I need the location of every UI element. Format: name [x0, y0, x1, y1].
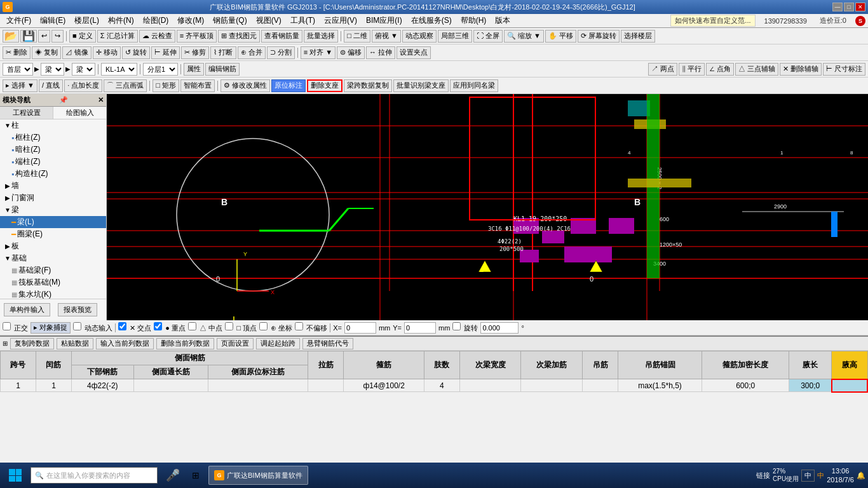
maximize-button[interactable]: □: [844, 3, 854, 11]
sidebar-close-icon[interactable]: ✕: [98, 96, 104, 104]
tree-item-end-column[interactable]: ▪ 端柱(Z): [0, 156, 106, 168]
expand-icon5[interactable]: ▶: [4, 243, 11, 250]
tb-point-extend[interactable]: · 点加长度: [64, 79, 102, 92]
tree-item-ring-beam[interactable]: ━ 圈梁(E): [0, 228, 106, 240]
element-type-select1[interactable]: 梁: [41, 63, 64, 76]
tb-trim[interactable]: ✂ 修剪: [181, 46, 209, 59]
menu-help[interactable]: 帮助(H): [457, 15, 491, 27]
td-side-pos[interactable]: [208, 379, 308, 392]
td-limbs[interactable]: 4: [424, 379, 459, 392]
tb-select[interactable]: ▸ 选择 ▼: [3, 79, 37, 92]
tab-project-settings[interactable]: 工程设置: [0, 107, 53, 119]
tb-stretch[interactable]: ↔ 拉伸: [366, 46, 395, 59]
tb-properties[interactable]: 属性: [184, 63, 204, 76]
snap-orthogonal-cb[interactable]: [3, 322, 11, 330]
taskbar-icon-mic[interactable]: 🎤: [163, 465, 183, 485]
report-preview-btn[interactable]: 报表预览: [58, 303, 97, 316]
tb-fullscreen[interactable]: ⛶ 全屏: [473, 30, 503, 43]
td-hanger[interactable]: [583, 379, 618, 392]
expand-icon[interactable]: ▼: [4, 122, 11, 129]
tb-modify-attr[interactable]: ⚙ 修改改属性: [220, 79, 270, 92]
td-hoop[interactable]: ф14@100/2: [344, 379, 424, 392]
td-la-jin[interactable]: [308, 379, 344, 392]
tb-define[interactable]: ■ 定义: [69, 30, 96, 43]
tb-inplace-note[interactable]: 原位标注: [271, 79, 306, 92]
tb-delete[interactable]: ✂ 删除: [3, 46, 31, 59]
tree-item-wall[interactable]: ▶ 墙: [0, 180, 106, 192]
tb-dimension[interactable]: ⊢ 尺寸标注: [823, 63, 865, 76]
tb-local-3d[interactable]: 局部三维: [438, 30, 472, 43]
tb-cloud-check[interactable]: ☁ 云检查: [139, 30, 175, 43]
snap-coord[interactable]: ⊕ 坐标: [259, 322, 292, 333]
td-sub-beam-width[interactable]: [459, 379, 521, 392]
tb-dynamic-view[interactable]: 动态观察: [402, 30, 437, 43]
menu-floor[interactable]: 楼层(L): [71, 15, 103, 27]
btn-copy-span[interactable]: 复制跨数据: [10, 338, 54, 349]
tree-item-struct-column[interactable]: ▪ 构造柱(Z): [0, 168, 106, 180]
snap-center[interactable]: ● 重点: [154, 322, 186, 333]
tb-save[interactable]: 💾: [20, 30, 37, 43]
tab-draw-input[interactable]: 绘图输入: [53, 107, 106, 119]
tb-delete-axis[interactable]: ✕ 删除辅轴: [780, 63, 822, 76]
tb-mirror[interactable]: ⊿ 镜像: [62, 46, 92, 59]
snap-intersect[interactable]: ✕ 交点: [118, 322, 151, 333]
tb-grip[interactable]: 设置夹点: [397, 46, 431, 59]
tb-arc[interactable]: ⌒ 三点画弧: [104, 79, 147, 92]
td-hoop-dense[interactable]: 600;0: [702, 379, 789, 392]
snap-dynamic-cb[interactable]: [73, 322, 81, 330]
tb-extend[interactable]: ⊢ 延伸: [151, 46, 180, 59]
menu-bim[interactable]: BIM应用(I): [362, 15, 406, 27]
td-sub-beam-rebar[interactable]: [521, 379, 583, 392]
tb-view-rebar[interactable]: 查看钢筋量: [261, 30, 302, 43]
minimize-button[interactable]: —: [832, 3, 843, 11]
tb-delete-support[interactable]: 删除支座: [307, 79, 342, 92]
tb-parallel[interactable]: ∥ 平行: [679, 63, 705, 76]
tree-item-raft[interactable]: ▦ 筏板基础(M): [0, 276, 106, 288]
td-hanger-anchor[interactable]: max(1.5*h,5): [618, 379, 702, 392]
menu-view[interactable]: 视图(V): [252, 15, 285, 27]
tb-screen-rotate[interactable]: ⟳ 屏幕旋转: [578, 30, 620, 43]
snap-intersect-cb[interactable]: [118, 322, 126, 330]
menu-rebar-qty[interactable]: 钢筋量(Q): [209, 15, 250, 27]
tb-apply-same-name[interactable]: 应用到同名梁: [450, 79, 498, 92]
td-ye-gao[interactable]: [832, 379, 867, 392]
snap-midpoint[interactable]: △ 中点: [188, 322, 222, 333]
close-button[interactable]: ✕: [855, 3, 865, 11]
tree-item-pit[interactable]: ▦ 集水坑(K): [0, 288, 106, 299]
tb-pan[interactable]: ✋ 平移: [545, 30, 576, 43]
tray-notification[interactable]: 🔔: [857, 471, 865, 480]
snap-center-cb[interactable]: [154, 322, 162, 330]
menu-online[interactable]: 在线服务(S): [407, 15, 456, 27]
active-app[interactable]: G 广联达BIM钢筋算量软件: [208, 466, 308, 485]
tree-item-hidden-column[interactable]: ▪ 暗柱(Z): [0, 144, 106, 156]
tb-batch-id-support[interactable]: 批量识别梁支座: [393, 79, 449, 92]
tree-item-frame-column[interactable]: ▪ 框柱(Z): [0, 132, 106, 144]
tb-edit-rebar[interactable]: 编辑钢筋: [205, 63, 240, 76]
tb-2d[interactable]: □ 二维: [344, 30, 370, 43]
tree-item-column[interactable]: ▼ 柱: [0, 119, 106, 132]
windows-start-button[interactable]: [3, 464, 28, 487]
tree-item-foundation[interactable]: ▼ 基础: [0, 252, 106, 264]
expand-icon4[interactable]: ▼: [4, 207, 11, 214]
tb-copy-span[interactable]: 梁跨数据复制: [344, 79, 392, 92]
menu-version[interactable]: 版本: [491, 15, 514, 27]
tb-point-angle[interactable]: ∠ 点角: [706, 63, 734, 76]
snap-no-offset-cb[interactable]: [295, 322, 303, 330]
x-input[interactable]: [344, 322, 376, 334]
menu-cloud[interactable]: 云应用(V): [320, 15, 361, 27]
tray-lang[interactable]: 中: [801, 470, 815, 482]
tb-open[interactable]: 📂: [3, 30, 19, 43]
y-input[interactable]: [404, 322, 436, 334]
td-col1[interactable]: 1: [36, 379, 71, 392]
cad-viewport[interactable]: ▲ KL1-19 200*250 3C16 Φ11@100/200(4) 2C1…: [107, 94, 868, 320]
expand-icon6[interactable]: ▼: [4, 255, 11, 262]
rotate-input[interactable]: [480, 322, 519, 334]
tb-align-top[interactable]: ≡ 齐平板顶: [177, 30, 217, 43]
snap-coord-cb[interactable]: [259, 322, 268, 330]
btn-paste-span[interactable]: 粘贴数据: [57, 338, 93, 349]
snap-dynamic[interactable]: 动态输入: [73, 322, 112, 333]
td-span-no[interactable]: 1: [1, 379, 36, 392]
tb-rotate[interactable]: ↺ 旋转: [122, 46, 150, 59]
expand-icon2[interactable]: ▶: [4, 182, 11, 189]
snap-vertex[interactable]: □ 顶点: [225, 322, 257, 333]
